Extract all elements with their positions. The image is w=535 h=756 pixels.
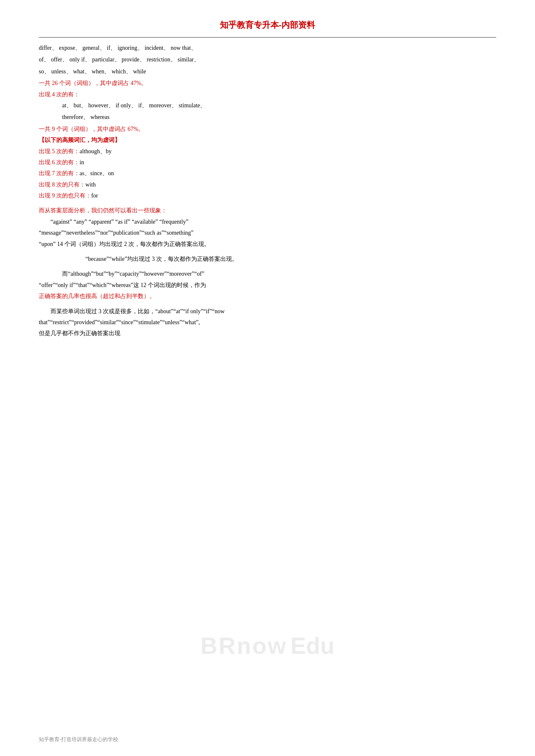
stat2: 一共 9 个词（词组），其中虚词占 67%。 bbox=[39, 124, 496, 134]
word-list-line3: so、 unless、 what、 when、 which、 while bbox=[39, 66, 496, 77]
divider bbox=[39, 37, 496, 38]
appear4-words-line1: at、 but、 however、 if only、 if、 moreover、… bbox=[39, 100, 496, 111]
highlight-notice: 【以下的高频词汇，均为虚词】 bbox=[39, 135, 496, 145]
although-block-line3: 正确答案的几率也很高（超过和占到半数）。 bbox=[39, 291, 496, 301]
appear5-words: although、by bbox=[80, 148, 112, 154]
appear9-label: 出现 9 次的也只有： bbox=[39, 192, 91, 199]
appear9: 出现 9 次的也只有：for bbox=[39, 190, 496, 201]
appear8-label: 出现 8 次的只有： bbox=[39, 181, 85, 188]
stat1: 一共 26 个词（词组），其中虚词占 47%。 bbox=[39, 78, 496, 88]
watermark: BRnow Edu bbox=[201, 633, 334, 659]
appear4-label: 出现 4 次的有： bbox=[39, 89, 496, 99]
main-content: differ、 expose、 general、 if、 ignoring、 i… bbox=[39, 43, 496, 339]
last-para-line3: 但是几乎都不作为正确答案出现 bbox=[39, 328, 496, 338]
appear9-words: for bbox=[91, 192, 98, 199]
appear8-words: with bbox=[85, 181, 96, 188]
quoted-words-line1: “against” “any” “apparent” “as if” “avai… bbox=[39, 217, 496, 227]
although-block-line1: 而“although”“but”“by”“capacity”“however”“… bbox=[39, 269, 496, 279]
appear5: 出现 5 次的有：although、by bbox=[39, 146, 496, 156]
appear7-label: 出现 7 次的有： bbox=[39, 170, 80, 176]
watermark-text2: Edu bbox=[291, 633, 334, 659]
appear7-words: as、since、on bbox=[80, 170, 114, 176]
last-para-line2: that”“restrict”“provided”“similar”“since… bbox=[39, 317, 496, 327]
watermark-text1: BRnow bbox=[201, 633, 287, 659]
word-list-line1: differ、 expose、 general、 if、 ignoring、 i… bbox=[39, 43, 496, 53]
quoted-words-line2: “message”“nevertheless”“nor”“publication… bbox=[39, 228, 496, 238]
last-para-line1: 而某些单词出现过 3 次或是很多，比如，“about”“at”“if only”… bbox=[39, 306, 496, 316]
footer: 知乎教育-打造培训界最走心的学校 bbox=[39, 736, 118, 743]
analysis-intro: 而从答案层面分析，我们仍然可以看出一些现象： bbox=[39, 205, 496, 216]
appear7: 出现 7 次的有：as、since、on bbox=[39, 168, 496, 178]
page-container: 知乎教育专升本-内部资料 differ、 expose、 general、 if… bbox=[0, 0, 535, 756]
appear6: 出现 6 次的有：in bbox=[39, 157, 496, 167]
word-list-line2: of、 offer、 only if、 particular、 provide、… bbox=[39, 54, 496, 65]
appear6-words: in bbox=[80, 159, 84, 166]
appear4-words-line2: therefore、 whereas bbox=[39, 112, 496, 122]
page-title: 知乎教育专升本-内部资料 bbox=[39, 19, 496, 31]
appear8: 出现 8 次的只有：with bbox=[39, 179, 496, 190]
because-while-line: “because”“while”均出现过 3 次，每次都作为正确答案出现。 bbox=[39, 254, 496, 264]
appear6-label: 出现 6 次的有： bbox=[39, 159, 80, 166]
although-block-line2: “offer”“only if”“that”“which”“whereas”这 … bbox=[39, 280, 496, 290]
quoted-words-line3: “upon” 14 个词（词组）均出现过 2 次，每次都作为正确答案出现。 bbox=[39, 239, 496, 249]
appear5-label: 出现 5 次的有： bbox=[39, 148, 80, 154]
